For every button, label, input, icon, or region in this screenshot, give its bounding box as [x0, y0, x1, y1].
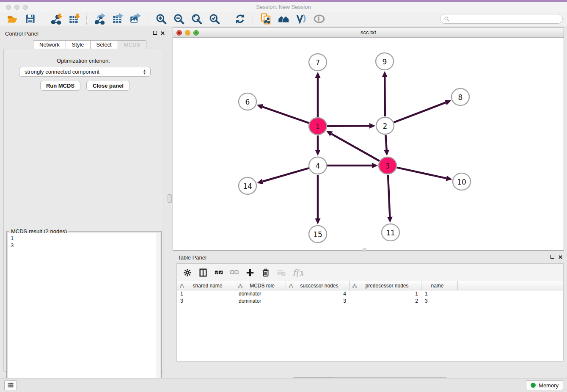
table-close-panel-icon[interactable]: ✕ [558, 254, 563, 260]
splitter-handle[interactable] [168, 194, 172, 203]
delete-row-button[interactable] [258, 266, 273, 279]
node-label-1: 1 [316, 122, 320, 131]
tab-mcds[interactable]: MCDS [118, 40, 146, 49]
search-input[interactable] [450, 16, 559, 22]
network-minimize-button[interactable]: − [185, 30, 190, 36]
mcds-result-text: 1 3 [8, 233, 160, 389]
network-graph-canvas[interactable]: 7968124314101511 [173, 38, 564, 250]
edge-1-6[interactable] [262, 107, 309, 123]
close-panel-button[interactable]: Close panel [86, 81, 130, 91]
zoom-out-button[interactable] [170, 13, 187, 25]
node-label-3: 3 [385, 162, 390, 170]
gear-button[interactable] [179, 266, 195, 279]
function-icon: f(x) [291, 266, 303, 279]
home-icon [278, 13, 289, 25]
edge-1-2[interactable] [327, 126, 369, 126]
column-label: successor nodes [294, 283, 349, 289]
select-all-button[interactable] [211, 266, 226, 279]
export-table-icon [112, 13, 123, 25]
import-network-button[interactable] [47, 13, 65, 25]
result-scrollbar[interactable] [156, 233, 160, 389]
status-bar: Memory [0, 378, 567, 392]
clone-network-button[interactable] [257, 13, 275, 25]
apply-style-icon [296, 13, 307, 25]
edge-arrowhead [382, 71, 388, 77]
column-header-name[interactable]: name [421, 281, 458, 290]
mcds-result-box: MCDS result (2 nodes) 1 3 [6, 231, 162, 391]
zoom-fit-icon [191, 13, 202, 25]
memory-button[interactable]: Memory [526, 380, 563, 390]
zoom-in-button[interactable] [152, 13, 170, 25]
close-window-button[interactable] [6, 5, 11, 10]
edge-3-11[interactable] [388, 175, 390, 217]
tab-network[interactable]: Network [33, 40, 66, 49]
network-close-button[interactable]: ✕ [176, 30, 182, 36]
close-panel-icon[interactable]: ✕ [160, 30, 165, 36]
zoom-fit-button[interactable] [187, 13, 205, 25]
node-label-9: 9 [383, 58, 387, 66]
task-history-button[interactable] [4, 380, 17, 390]
toolbar-separator [227, 14, 227, 25]
refresh-icon [234, 13, 246, 25]
apply-style-button[interactable] [292, 13, 310, 25]
column-header-shared-name[interactable]: shared name [177, 281, 235, 290]
edge-2-9[interactable] [385, 77, 385, 116]
home-button[interactable] [275, 13, 292, 25]
export-table-button[interactable] [108, 13, 126, 25]
tab-style[interactable]: Style [66, 40, 90, 49]
run-mcds-button[interactable]: Run MCDS [40, 81, 80, 91]
network-title: scc.txt [173, 28, 564, 37]
cell-MCDS-role: dominator [235, 298, 286, 305]
edge-2-8[interactable] [394, 102, 446, 122]
control-panel-title: Control Panel [5, 30, 39, 37]
save-button[interactable] [21, 13, 39, 25]
table-panel-title: Table Panel [178, 254, 206, 261]
columns-button[interactable] [195, 266, 211, 279]
deselect-all-button[interactable] [226, 266, 242, 279]
zoom-selected-button[interactable] [205, 13, 223, 25]
edge-3-1[interactable] [331, 134, 380, 161]
column-type-icon [179, 283, 184, 288]
table-row[interactable]: 1dominator411 [177, 290, 563, 298]
edge-2-3[interactable] [385, 135, 386, 150]
clone-network-icon [260, 13, 272, 25]
search-box[interactable] [440, 14, 563, 24]
table-float-panel-icon[interactable] [550, 254, 554, 260]
tab-select[interactable]: Select [90, 40, 118, 49]
network-maximize-button[interactable]: + [193, 30, 199, 36]
column-header-predecessor-nodes[interactable]: predecessor nodes [350, 281, 421, 290]
export-image-button[interactable] [126, 13, 144, 25]
function-button: f(x) [289, 266, 305, 279]
column-type-icon [352, 283, 357, 288]
column-header-MCDS-role[interactable]: MCDS role [235, 281, 286, 290]
criterion-select[interactable]: strongly connected component ▲▼ [19, 67, 151, 77]
export-network-button[interactable] [91, 13, 108, 25]
table-panel: Table Panel ✕ f(x) shared nameMCDS roles… [173, 252, 567, 376]
add-row-icon [245, 268, 255, 277]
import-table-icon [68, 13, 80, 25]
select-all-icon [214, 268, 223, 277]
edge-arrowhead [315, 72, 321, 78]
add-row-button[interactable] [242, 266, 258, 279]
export-network-icon [94, 13, 105, 25]
svg-text:f(x): f(x) [292, 267, 303, 278]
column-label: name [421, 283, 457, 289]
table-row[interactable]: 3dominator323 [177, 298, 563, 305]
refresh-button[interactable] [231, 13, 249, 25]
open-folder-button[interactable] [3, 13, 21, 25]
edge-3-10[interactable] [396, 168, 446, 178]
minimize-window-button[interactable] [14, 5, 19, 10]
network-window-titlebar: ✕ − + scc.txt [173, 28, 564, 38]
float-panel-icon[interactable] [153, 30, 157, 36]
node-label-7: 7 [316, 58, 320, 67]
save-icon [25, 13, 36, 25]
maximize-window-button[interactable] [23, 5, 28, 10]
column-type-icon [289, 283, 294, 288]
columns-icon [198, 268, 208, 277]
show-hide-button[interactable] [310, 13, 328, 25]
network-window-resize-handle[interactable] [363, 248, 366, 251]
edge-4-14[interactable] [263, 168, 309, 182]
node-label-4: 4 [316, 162, 320, 170]
column-header-successor-nodes[interactable]: successor nodes [286, 281, 350, 290]
import-table-button[interactable] [65, 13, 83, 25]
